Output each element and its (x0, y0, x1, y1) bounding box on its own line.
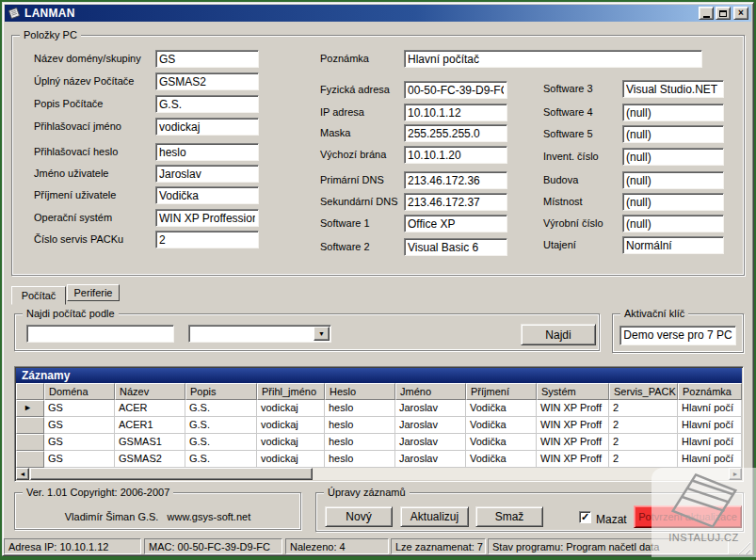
grid-cell[interactable]: heslo (325, 434, 395, 451)
grid-cell[interactable]: vodickaj (257, 434, 325, 451)
field-input[interactable] (622, 80, 724, 98)
grid-cell[interactable]: GS (44, 417, 115, 434)
grid-cell[interactable]: GSMAS2 (115, 451, 185, 468)
grid-col-header[interactable]: Příjmení (466, 383, 537, 400)
grid-row-selector[interactable] (16, 434, 44, 451)
grid-cell[interactable]: 2 (609, 400, 678, 417)
grid-cell[interactable]: 2 (609, 434, 678, 451)
grid-cell[interactable]: G.S. (185, 451, 257, 468)
grid-cell[interactable]: G.S. (185, 400, 257, 417)
field-input[interactable] (404, 81, 507, 99)
grid-cell[interactable]: GS (44, 434, 115, 451)
grid-cell[interactable]: WIN XP Proff (537, 434, 609, 451)
grid-row-selector[interactable] (16, 417, 44, 434)
grid-cell[interactable]: Hlavní počí (678, 400, 742, 417)
titlebar[interactable]: LANMAN × (5, 5, 751, 22)
grid-cell[interactable]: ACER (115, 400, 185, 417)
grid-cell[interactable]: 2 (609, 417, 678, 434)
close-button[interactable]: × (733, 7, 748, 20)
grid-selector-header[interactable] (16, 383, 44, 400)
field-input[interactable] (404, 238, 507, 256)
grid-cell[interactable]: Jaroslav (395, 400, 466, 417)
field-input[interactable] (155, 186, 259, 204)
grid-cell[interactable]: heslo (325, 417, 395, 434)
grid-cell[interactable]: WIN XP Proff (537, 451, 609, 468)
search-combo[interactable]: ▼ (188, 325, 331, 343)
grid-cell[interactable]: GS (44, 400, 115, 417)
field-input[interactable] (155, 231, 259, 248)
grid-cell[interactable]: vodickaj (257, 451, 325, 468)
grid-cell[interactable]: Hlavní počí (678, 451, 742, 468)
grid-row-selector[interactable] (16, 451, 44, 468)
grid-cell[interactable]: Jaroslav (395, 417, 466, 434)
grid-cell[interactable]: WIN XP Proff (537, 400, 609, 417)
grid-row-selector[interactable]: ► (16, 400, 44, 417)
field-input[interactable] (404, 171, 507, 189)
grid-cell[interactable]: G.S. (185, 434, 257, 451)
field-input[interactable] (404, 124, 507, 142)
grid-cell[interactable]: WIN XP Proff (537, 417, 609, 434)
window-title: LANMAN (24, 7, 75, 20)
grid-col-header[interactable]: Doména (44, 383, 115, 400)
smaz-button[interactable]: Smaž (475, 506, 543, 527)
grid-col-header[interactable]: Heslo (325, 383, 395, 400)
novy-button[interactable]: Nový (325, 506, 393, 527)
minimize-button[interactable] (699, 7, 714, 20)
field-input[interactable] (155, 95, 259, 113)
field-input[interactable] (404, 146, 507, 164)
novy-button-label: Nový (346, 510, 371, 523)
grid-col-header[interactable]: Popis (185, 383, 257, 400)
field-input[interactable] (155, 72, 259, 90)
tab-periferie[interactable]: Periferie (67, 284, 120, 301)
field-input[interactable] (622, 148, 724, 166)
najdi-button[interactable]: Najdi (521, 324, 596, 345)
field-input[interactable] (155, 118, 259, 136)
grid-cell[interactable]: Hlavní počí (678, 434, 742, 451)
grid-cell[interactable]: GS (44, 451, 115, 468)
field-input[interactable] (622, 171, 724, 189)
grid-cell[interactable]: Vodička (466, 417, 537, 434)
tab-pocitac[interactable]: Počítač (11, 286, 66, 305)
field-input[interactable] (404, 50, 702, 68)
grid-col-header[interactable]: Poznámka (678, 383, 742, 400)
mazat-checkbox[interactable]: ✓ (579, 511, 591, 523)
grid-cell[interactable]: ACER1 (115, 417, 185, 434)
grid-cell[interactable]: Hlavní počí (678, 417, 742, 434)
field-input[interactable] (155, 143, 259, 161)
field-input[interactable] (622, 125, 724, 143)
field-input[interactable] (155, 50, 259, 68)
grid-cell[interactable]: Vodička (466, 451, 537, 468)
aktualizuj-button[interactable]: Aktualizuj (400, 506, 469, 527)
grid-cell[interactable]: vodickaj (257, 400, 325, 417)
grid-col-header[interactable]: Název (115, 383, 185, 400)
activation-key-field[interactable]: Demo verse pro 7 PC (619, 326, 736, 345)
field-input[interactable] (155, 209, 259, 227)
combo-dropdown-button[interactable]: ▼ (314, 327, 330, 341)
grid-cell[interactable]: heslo (325, 451, 395, 468)
grid-cell[interactable]: Jaroslav (395, 451, 466, 468)
field-input[interactable] (155, 165, 259, 183)
field-input[interactable] (404, 104, 507, 121)
grid-cell[interactable]: 2 (609, 451, 678, 468)
grid-cell[interactable]: heslo (325, 400, 395, 417)
grid-cell[interactable]: vodickaj (257, 417, 325, 434)
field-input[interactable] (622, 236, 724, 254)
field-input[interactable] (622, 104, 724, 121)
field-input[interactable] (404, 215, 507, 232)
grid-cell[interactable]: G.S. (185, 417, 257, 434)
grid-col-header[interactable]: Servis_PACK (609, 383, 678, 400)
grid-cell[interactable]: GSMAS1 (115, 434, 185, 451)
grid-cell[interactable]: Jaroslav (395, 434, 466, 451)
grid-cell[interactable]: Vodička (466, 400, 537, 417)
search-input[interactable] (26, 325, 174, 343)
scroll-left-button[interactable]: ◄ (16, 468, 29, 480)
field-input[interactable] (622, 215, 724, 232)
maximize-button[interactable] (716, 7, 731, 20)
grid-cell[interactable]: Vodička (466, 434, 537, 451)
field-input[interactable] (622, 193, 724, 211)
grid-col-header[interactable]: Systém (537, 383, 609, 400)
field-input[interactable] (404, 193, 507, 211)
grid-col-header[interactable]: Jméno (395, 383, 466, 400)
scrollbar-thumb[interactable] (30, 468, 313, 480)
grid-col-header[interactable]: Přihl_jméno (257, 383, 325, 400)
